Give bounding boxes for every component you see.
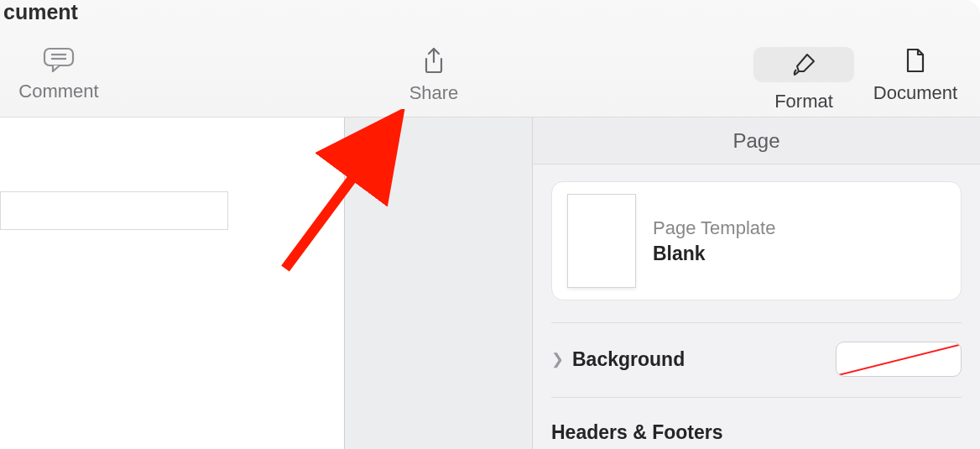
document-icon: [904, 47, 927, 74]
background-color-swatch[interactable]: [836, 342, 962, 377]
background-row: ❯ Background: [551, 342, 962, 377]
page-template-label: Page Template: [653, 217, 775, 239]
headers-footers-heading: Headers & Footers: [551, 421, 962, 444]
share-button[interactable]: Share: [388, 47, 480, 104]
format-icon-wrap: [753, 47, 854, 82]
comment-icon: [43, 47, 75, 72]
comment-button[interactable]: Comment: [8, 47, 109, 102]
format-button[interactable]: Format: [760, 47, 847, 112]
page-margin-gutter: [344, 117, 532, 449]
page-template-value: Blank: [653, 243, 775, 265]
comment-label: Comment: [18, 81, 98, 102]
document-canvas[interactable]: [0, 117, 532, 449]
divider: [551, 322, 962, 323]
share-icon: [421, 47, 446, 74]
background-label: Background: [572, 348, 685, 371]
window-title: cument: [0, 0, 81, 24]
inspector-panel: Page Page Template Blank ❯ Background: [532, 117, 980, 449]
page-template-card[interactable]: Page Template Blank: [551, 181, 962, 300]
main-area: Page Page Template Blank ❯ Background: [0, 117, 980, 449]
inspector-tab-page[interactable]: Page: [533, 117, 980, 164]
svg-rect-0: [44, 49, 73, 65]
format-label: Format: [774, 91, 833, 112]
text-insertion-field[interactable]: [0, 191, 228, 230]
paintbrush-icon: [791, 52, 816, 77]
share-label: Share: [409, 82, 459, 104]
document-button[interactable]: Document: [861, 47, 970, 104]
document-label: Document: [873, 82, 957, 104]
page-template-thumbnail: [567, 194, 636, 288]
chevron-right-icon[interactable]: ❯: [551, 350, 564, 368]
divider: [551, 397, 962, 398]
toolbar: cument Comment Share: [0, 0, 980, 117]
